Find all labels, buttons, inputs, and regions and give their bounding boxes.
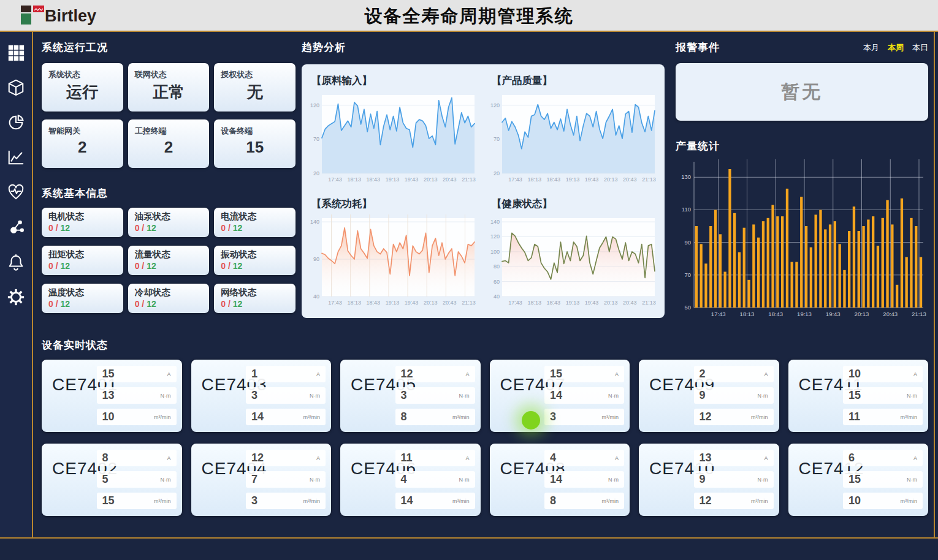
info-card-count: 0 / 12 bbox=[48, 261, 116, 271]
svg-text:17:43: 17:43 bbox=[508, 176, 522, 183]
settings-gear-icon[interactable] bbox=[6, 287, 26, 307]
equipment-card[interactable]: CE7411 10 A 15 N·m 11 m³/min bbox=[788, 360, 929, 432]
info-card-label: 油泵状态 bbox=[135, 211, 203, 222]
svg-text:19:13: 19:13 bbox=[386, 300, 400, 306]
health-monitor-icon[interactable] bbox=[6, 183, 26, 202]
metric-unit: A bbox=[316, 455, 320, 461]
metric-unit: A bbox=[316, 371, 320, 377]
tab-this-month[interactable]: 本月 bbox=[863, 42, 879, 53]
metric-value: 3 bbox=[251, 494, 257, 507]
equipment-card[interactable]: CE7410 13 A 9 N·m 12 m³/min bbox=[639, 444, 779, 516]
topology-icon[interactable] bbox=[6, 218, 26, 237]
trend-column: 趋势分析 【原料输入】 120702017:4318:1318:4319:131… bbox=[302, 40, 669, 318]
info-card-label: 温度状态 bbox=[48, 287, 116, 298]
equipment-metric-row: 8 m³/min bbox=[544, 493, 624, 509]
equipment-metrics: 1 A 3 N·m 14 m³/min bbox=[246, 366, 326, 430]
equipment-card[interactable]: CE7403 1 A 3 N·m 14 m³/min bbox=[191, 360, 332, 432]
metric-unit: m³/min bbox=[452, 414, 470, 420]
svg-text:18:43: 18:43 bbox=[367, 300, 381, 306]
alarm-bell-icon[interactable] bbox=[6, 252, 26, 272]
svg-text:100: 100 bbox=[490, 249, 500, 255]
svg-text:120: 120 bbox=[490, 233, 500, 240]
trend-chart-cell: 【产品质量】 120702017:4318:1318:4319:1319:432… bbox=[483, 68, 663, 191]
equipment-metric-row: 13 A bbox=[694, 450, 774, 466]
production-section-title: 产量统计 bbox=[676, 139, 928, 153]
equipment-card[interactable]: CE7412 6 A 15 N·m 10 m³/min bbox=[788, 444, 929, 516]
equipment-metric-row: 8 A bbox=[97, 450, 177, 466]
svg-text:20:43: 20:43 bbox=[623, 300, 637, 306]
svg-text:20:43: 20:43 bbox=[443, 300, 457, 306]
svg-text:19:13: 19:13 bbox=[797, 311, 812, 317]
metric-unit: m³/min bbox=[303, 414, 321, 420]
metric-value: 12 bbox=[700, 494, 712, 507]
sidebar-nav bbox=[0, 32, 33, 537]
equipment-metric-row: 11 m³/min bbox=[843, 409, 923, 425]
ops-status-card: 授权状态 无 bbox=[214, 63, 296, 112]
metric-value: 8 bbox=[102, 452, 109, 464]
info-card-label: 电流状态 bbox=[221, 211, 289, 222]
equipment-card[interactable]: CE7404 12 A 7 N·m 3 m³/min bbox=[191, 444, 332, 516]
metric-value: 9 bbox=[700, 473, 706, 486]
info-card-label: 电机状态 bbox=[48, 211, 116, 222]
equipment-card[interactable]: CE7406 11 A 4 N·m 14 m³/min bbox=[340, 444, 481, 516]
pie-chart-icon[interactable] bbox=[6, 113, 26, 132]
metric-unit: A bbox=[167, 371, 170, 377]
trend-chart-icon[interactable] bbox=[6, 148, 26, 167]
metric-unit: A bbox=[615, 455, 619, 461]
svg-text:40: 40 bbox=[313, 293, 319, 300]
info-card-grid: 电机状态 0 / 12油泵状态 0 / 12电流状态 0 / 12扭矩状态 0 … bbox=[42, 208, 296, 313]
equipment-metric-row: 14 m³/min bbox=[246, 409, 326, 425]
alarm-empty-text: 暂无 bbox=[781, 80, 823, 105]
equipment-card[interactable]: CE7408 4 A 14 N·m 8 m³/min bbox=[490, 444, 630, 516]
svg-text:60: 60 bbox=[494, 279, 500, 285]
svg-text:21:13: 21:13 bbox=[462, 176, 476, 183]
equipment-metric-row: 3 m³/min bbox=[544, 409, 624, 425]
status-indicator-dot bbox=[522, 411, 540, 429]
logo-red-square bbox=[33, 6, 44, 12]
info-status-card: 流量状态 0 / 12 bbox=[128, 246, 210, 275]
svg-text:19:43: 19:43 bbox=[585, 176, 599, 183]
info-card-label: 网络状态 bbox=[221, 287, 289, 298]
svg-text:21:13: 21:13 bbox=[642, 300, 656, 306]
tab-today[interactable]: 本日 bbox=[912, 42, 928, 53]
apps-icon[interactable] bbox=[6, 43, 26, 62]
divider-bottom bbox=[0, 537, 938, 539]
equipment-metric-row: 12 A bbox=[395, 366, 475, 382]
equipment-metric-row: 6 A bbox=[843, 450, 923, 466]
equipment-grid: CE7401 15 A 13 N·m 10 m³/min CE7403 1 A … bbox=[42, 360, 928, 516]
brand-name: Birtley bbox=[45, 4, 96, 28]
equipment-card[interactable]: CE7402 8 A 5 N·m 15 m³/min bbox=[42, 444, 182, 516]
model-cube-icon[interactable] bbox=[6, 78, 26, 97]
metric-value: 5 bbox=[102, 473, 109, 486]
equipment-metric-row: 15 A bbox=[97, 366, 177, 382]
equipment-metrics: 10 A 15 N·m 11 m³/min bbox=[843, 366, 923, 430]
info-status-card: 振动状态 0 / 12 bbox=[214, 246, 296, 275]
equipment-card[interactable]: CE7405 12 A 3 N·m 8 m³/min bbox=[340, 360, 481, 432]
ops-section-title: 系统运行工况 bbox=[42, 40, 296, 55]
metric-unit: m³/min bbox=[602, 498, 619, 504]
metric-unit: N·m bbox=[310, 393, 320, 399]
equipment-metric-row: 14 N·m bbox=[544, 387, 624, 404]
svg-text:20:13: 20:13 bbox=[424, 300, 438, 306]
metric-unit: m³/min bbox=[751, 498, 768, 504]
equipment-metric-row: 3 m³/min bbox=[246, 493, 326, 509]
metric-unit: N·m bbox=[907, 393, 917, 399]
equipment-card[interactable]: CE7401 15 A 13 N·m 10 m³/min bbox=[42, 360, 182, 432]
equipment-metrics: 8 A 5 N·m 15 m³/min bbox=[97, 450, 177, 514]
svg-text:21:13: 21:13 bbox=[642, 176, 656, 183]
metric-unit: m³/min bbox=[154, 498, 171, 504]
equipment-metric-row: 3 N·m bbox=[246, 387, 326, 404]
info-card-count: 0 / 12 bbox=[135, 261, 203, 271]
equipment-card[interactable]: CE7407 15 A 14 N·m 3 m³/min bbox=[490, 360, 630, 432]
tab-this-week[interactable]: 本周 bbox=[888, 42, 904, 53]
ops-card-value: 无 bbox=[221, 81, 289, 103]
info-card-count: 0 / 12 bbox=[221, 223, 289, 233]
equipment-card[interactable]: CE7409 2 A 9 N·m 12 m³/min bbox=[639, 360, 779, 432]
ops-card-value: 15 bbox=[221, 138, 289, 157]
metric-value: 10 bbox=[102, 411, 115, 423]
svg-text:19:13: 19:13 bbox=[566, 176, 580, 183]
svg-text:70: 70 bbox=[684, 271, 691, 278]
metric-value: 13 bbox=[102, 389, 115, 402]
svg-text:140: 140 bbox=[310, 219, 319, 225]
raw-input-chart: 120702017:4318:1318:4319:1319:4320:1320:… bbox=[305, 88, 479, 186]
